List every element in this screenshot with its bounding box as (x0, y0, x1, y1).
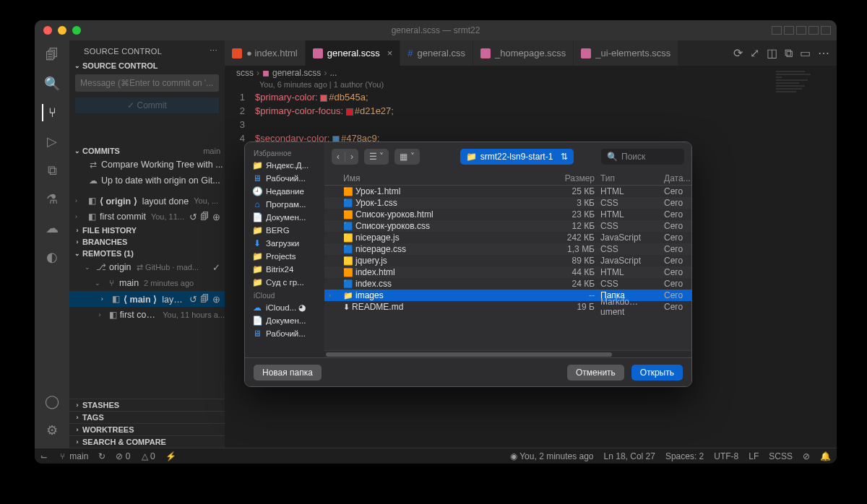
run-debug-icon[interactable]: ▷ (43, 133, 61, 150)
commit-message-input[interactable] (75, 74, 219, 92)
dialog-sidebar-item[interactable]: 📁Projects (248, 250, 322, 263)
layout-controls[interactable] (772, 26, 831, 35)
search-field[interactable]: 🔍Поиск (601, 149, 684, 165)
section-commits[interactable]: ⌄COMMITSmain (69, 145, 225, 157)
dialog-sidebar-item[interactable]: ☁iCloud... ◕ (248, 301, 322, 314)
search-icon: 🔍 (607, 152, 618, 162)
dialog-sidebar-item[interactable]: 📁Bitrix24 (248, 263, 322, 276)
close-icon[interactable]: × (387, 48, 393, 58)
file-row[interactable]: 🟦nicepage.css1,3 МБCSSСего (324, 243, 691, 255)
dialog-sidebar-item[interactable]: 📁BERG (248, 224, 322, 237)
file-row[interactable]: 🟦Урок-1.css3 КБCSSСего (324, 197, 691, 209)
codelens[interactable]: You, 6 minutes ago | 1 author (You) (225, 80, 837, 90)
tab-general-scss[interactable]: general.scss× (306, 40, 401, 66)
accounts-icon[interactable]: ◯ (43, 393, 61, 410)
new-folder-button[interactable]: Новая папка (254, 365, 322, 381)
testing-icon[interactable]: ⚗ (43, 191, 61, 208)
commit-row[interactable]: ›◧⟨ origin ⟩ layout doneYou, ... (69, 193, 225, 209)
minimap[interactable] (776, 71, 834, 114)
section-file-history[interactable]: ›FILE HISTORY (69, 225, 225, 236)
source-control-icon[interactable]: ⑂ (42, 104, 61, 121)
compare-row[interactable]: ⇄Compare Working Tree with ... (69, 157, 225, 173)
eol-indicator[interactable]: LF (749, 451, 759, 461)
dialog-sidebar-item[interactable]: ⌂Програм... (248, 198, 322, 211)
dialog-toolbar: ‹› ☰ ˅ ▦ ˅ 📁srmt22-lsn9-start-1⇅ 🔍Поиск (324, 142, 691, 171)
horizontal-scrollbar[interactable] (324, 350, 691, 357)
minimize-window[interactable] (58, 26, 66, 35)
tab-general-css[interactable]: #general.css (400, 40, 473, 66)
live-server-icon[interactable]: ⚡ (165, 451, 176, 461)
file-row[interactable]: ⬇README.md19 БMarkdo…umentСего (324, 301, 691, 313)
open-button[interactable]: Открыть (631, 365, 683, 381)
close-window[interactable] (43, 26, 52, 35)
dialog-footer: Новая папка Отменить Открыть (245, 357, 691, 386)
tab-index-html[interactable]: ● index.html (225, 40, 306, 66)
extensions-icon[interactable]: ⧉ (43, 162, 61, 179)
problems-indicator[interactable]: ⊘ 0 △ 0 (116, 451, 155, 461)
section-tags[interactable]: ›TAGS (69, 411, 225, 423)
icloud-label: iCloud (248, 289, 322, 301)
file-row[interactable]: 🟨nicepage.js242 КБJavaScriptСего (324, 232, 691, 243)
gitlens-blame[interactable]: ◉ You, 2 minutes ago (510, 451, 593, 461)
view-list[interactable]: ☰ ˅ (364, 149, 389, 165)
search-icon[interactable]: 🔍 (43, 75, 61, 92)
uptodate-row[interactable]: ☁Up to date with origin on Git... (69, 173, 225, 188)
dialog-sidebar-item[interactable]: 📁Суд с гр... (248, 276, 322, 289)
dialog-sidebar-item[interactable]: 📄Докумен... (248, 314, 322, 327)
dialog-sidebar-item[interactable]: 🕘Недавние (248, 185, 322, 198)
sync-icon[interactable]: ↻ (98, 451, 105, 461)
file-row[interactable]: 🟧Список-уроков.html23 КБHTMLСего (324, 209, 691, 220)
remote-indicator[interactable]: ⌙ (40, 451, 50, 461)
zoom-window[interactable] (72, 26, 81, 35)
language-indicator[interactable]: SCSS (769, 451, 793, 461)
cursor-position[interactable]: Ln 18, Col 27 (604, 451, 655, 461)
tab-actions[interactable]: ⟳⤢◫⧉▭⋯ (733, 40, 837, 66)
tab-homepage-scss[interactable]: _homepage.scss (473, 40, 574, 66)
remote-origin[interactable]: ⌄⎇origin ⇄ GitHub · mad...✓ (69, 259, 225, 275)
branch-indicator[interactable]: ⑂ main (60, 451, 88, 461)
indent-indicator[interactable]: Spaces: 2 (665, 451, 704, 461)
file-row[interactable]: 🟧index.html44 КБHTMLСего (324, 266, 691, 278)
remote-branch[interactable]: ⌄⑂main2 minutes ago (69, 275, 225, 291)
explorer-icon[interactable]: 🗐 (43, 46, 61, 64)
section-search-compare[interactable]: ›SEARCH & COMPARE (69, 435, 225, 448)
sidebar-title: SOURCE CONTROL⋯ (69, 40, 225, 60)
breadcrumb[interactable]: scss› ◼general.scss› ... (225, 66, 837, 80)
nav-back-forward[interactable]: ‹› (332, 149, 358, 165)
notifications-icon[interactable]: 🔔 (820, 451, 831, 461)
file-row[interactable]: 🟨jquery.js89 КБJavaScriptСего (324, 255, 691, 266)
remote-icon[interactable]: ☁ (43, 220, 61, 237)
cancel-button[interactable]: Отменить (567, 365, 624, 381)
favorites-label: Избранное (248, 147, 322, 159)
sidebar-more-icon[interactable]: ⋯ (210, 46, 217, 56)
section-remotes[interactable]: ⌄REMOTES (1) (69, 248, 225, 259)
section-worktrees[interactable]: ›WORKTREES (69, 423, 225, 435)
dialog-sidebar-item[interactable]: 📄Докумен... (248, 211, 322, 224)
dialog-sidebar-item[interactable]: ⬇Загрузки (248, 237, 322, 250)
file-row[interactable]: 🟦Список-уроков.css12 КБCSSСего (324, 220, 691, 232)
tab-ui-elements-scss[interactable]: _ui-elements.scss (574, 40, 678, 66)
commit-button[interactable]: ✓ Commit (75, 97, 219, 113)
path-dropdown[interactable]: 📁srmt22-lsn9-start-1⇅ (460, 149, 574, 165)
dialog-sidebar-item[interactable]: 🖥Рабочий... (248, 327, 322, 340)
file-row[interactable]: 🟦index.css24 КБCSSСего (324, 278, 691, 290)
remote-commit-row[interactable]: ›◧first commitYou, 11 hours a... (69, 307, 225, 323)
remote-commit-row[interactable]: ›◧⟨ main ⟩ layout...↺🗐⊕ (69, 291, 225, 307)
dialog-sidebar-item[interactable]: 🖥Рабочий... (248, 172, 322, 185)
section-stashes[interactable]: ›STASHES (69, 399, 225, 411)
encoding-indicator[interactable]: UTF-8 (714, 451, 738, 461)
prettier-indicator[interactable]: ⊘ (803, 451, 810, 461)
file-list-header[interactable]: Имя Размер Тип Дата... (324, 171, 691, 186)
window-title: general.scss — srmt22 (392, 25, 480, 35)
code-editor[interactable]: 1$primary-color: #db545a; 2$primary-colo… (225, 90, 837, 145)
section-branches[interactable]: ›BRANCHES (69, 236, 225, 248)
forward-icon: › (345, 152, 358, 162)
gitlens-icon[interactable]: ◐ (43, 248, 61, 266)
view-grid[interactable]: ▦ ˅ (394, 149, 419, 165)
commit-row[interactable]: ›◧first commitYou, 11...↺🗐⊕ (69, 209, 225, 225)
section-source-control[interactable]: ⌄SOURCE CONTROL (69, 60, 225, 71)
file-row[interactable]: 🟧Урок-1.html25 КБHTMLСего (324, 186, 691, 197)
dialog-sidebar-item[interactable]: 📁Яндекс.Д... (248, 159, 322, 172)
settings-gear-icon[interactable]: ⚙ (43, 422, 61, 439)
traffic-lights (35, 26, 81, 35)
